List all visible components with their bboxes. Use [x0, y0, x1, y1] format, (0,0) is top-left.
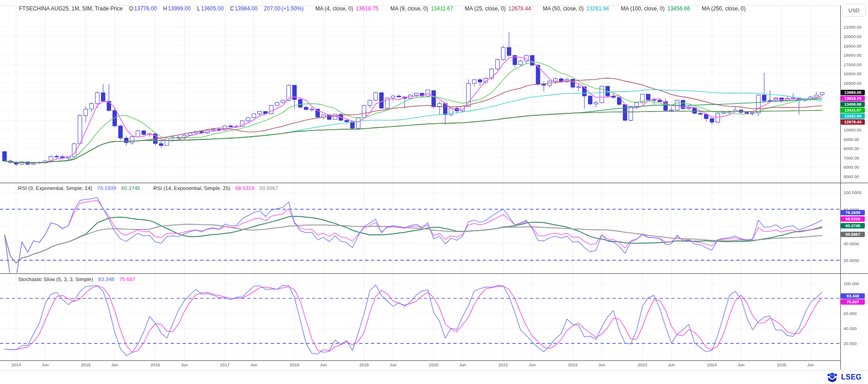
stoch-axis-tick: 60.000 [844, 311, 867, 316]
ma-label: MA (50, close, 0) [543, 5, 583, 12]
ma-label: MA (4, close, 0) [315, 5, 353, 12]
ma-value: 13261.94 [586, 5, 609, 12]
candle-body [583, 87, 587, 96]
candle-body [699, 113, 703, 114]
rsi14-line [5, 200, 822, 277]
ma-legend-item[interactable]: MA (250, close, 0) [702, 5, 748, 12]
candle-body [101, 93, 105, 102]
time-axis-label: 2014 [11, 362, 21, 367]
ma-legend-item[interactable]: MA (50, close, 0)13261.94 [543, 5, 609, 12]
candle-body [159, 144, 163, 146]
stoch-badge: 83.348 [841, 293, 865, 299]
ohlc-high: H13999.00 [163, 5, 191, 12]
candle-body [502, 48, 506, 60]
price-rsi-divider[interactable] [0, 183, 868, 183]
ma-line-9 [5, 62, 822, 163]
ma-legend-item[interactable]: MA (100, close, 0)13456.66 [621, 5, 690, 12]
candle-body [125, 138, 129, 143]
price-axis-tick: 10000.00 [844, 127, 867, 132]
price-badge: 13618.75 [841, 96, 865, 101]
candle-body [658, 100, 662, 102]
ma-value: 13456.66 [667, 5, 690, 12]
candle-body [496, 60, 500, 69]
rsi-badge: 68.5319 [841, 216, 865, 222]
ma-legend-item[interactable]: MA (9, close, 0)13411.67 [391, 5, 453, 12]
price-badge: 13984.00 [841, 90, 865, 95]
candle-body [629, 107, 633, 121]
rsi2-value: 68.5319 [236, 185, 255, 191]
rsi-stoch-divider[interactable] [0, 273, 868, 274]
price-badge: 12678.44 [841, 119, 865, 125]
rsi-axis-tick: 100.0000 [844, 190, 867, 195]
ma-line-50 [5, 90, 822, 163]
ohlc-open: O13776.00 [129, 5, 157, 12]
price-axis-tick: 18000.00 [844, 53, 867, 58]
candle-body [762, 95, 767, 101]
candle-body [815, 95, 819, 97]
ohlc-close: C13984.00 [230, 5, 258, 12]
candle-body [78, 116, 82, 144]
candle-body [588, 96, 593, 104]
stochastic-label: Stochastic Slow (5, 3, 3, Simple) [18, 277, 93, 282]
currency-button[interactable]: USD [842, 4, 866, 17]
candle-body [670, 110, 674, 111]
candle-body [130, 136, 134, 142]
candle-body [623, 104, 627, 120]
rsi-panel-title[interactable]: RSI (9, Exponential, Simple, 14) 76.1939… [18, 185, 278, 191]
low-value: 13605.00 [201, 5, 224, 12]
time-axis-label: 2020 [429, 362, 439, 367]
chart-plot-area[interactable] [0, 0, 868, 384]
candle-body [687, 108, 691, 109]
price-axis-tick: 21000.00 [844, 24, 867, 29]
rsi-badge: 50.5967 [841, 232, 865, 237]
open-value: 13776.00 [134, 5, 157, 12]
ma-legend-item[interactable]: MA (4, close, 0)13618.75 [315, 5, 378, 12]
ma-label: MA (9, close, 0) [391, 5, 428, 12]
candle-body [716, 113, 720, 122]
candle-body [246, 117, 250, 121]
stochastic-panel-title[interactable]: Stochastic Slow (5, 3, 3, Simple) 83.348… [18, 277, 135, 282]
price-axis-tick: 5000.00 [844, 174, 867, 179]
rsi1-value: 76.1939 [97, 185, 116, 191]
candle-body [107, 101, 111, 111]
price-axis-tick: 20000.00 [844, 34, 867, 39]
time-axis-label: Jun [668, 362, 675, 367]
candle-body [3, 151, 7, 161]
time-axis-label: 2016 [150, 362, 160, 367]
candle-body [165, 138, 169, 146]
candle-body [136, 131, 140, 136]
footer-border [0, 370, 868, 371]
candle-body [594, 102, 598, 104]
ma-label: MA (25, close, 0) [465, 5, 506, 12]
time-axis-label: 2018 [289, 362, 299, 367]
rsi14-signal-line [5, 224, 822, 263]
low-label: L [197, 5, 200, 12]
time-axis-label: Jun [320, 362, 327, 367]
ma-label: MA (250, close, 0) [702, 5, 746, 12]
price-badge: 13456.66 [841, 102, 865, 107]
candle-body [745, 112, 749, 113]
candle-body [96, 93, 100, 104]
price-axis-tick: 19000.00 [844, 44, 867, 49]
candle-body [345, 120, 349, 122]
time-axis-label: Jun [181, 362, 188, 367]
candle-body [473, 80, 477, 83]
stoch-axis-tick: 40.000 [844, 326, 867, 331]
stochastic-d-line [5, 286, 822, 352]
instrument-header[interactable]: FTSECHINA AUG25, 1M, SIM, Trade Price O1… [19, 4, 748, 14]
candle-body [635, 102, 639, 106]
time-axis-label: Jun [598, 362, 605, 367]
candle-body [380, 93, 384, 108]
lseg-wordmark: LSEG [841, 373, 862, 381]
price-axis-tick: 16000.00 [844, 71, 867, 76]
candle-body [757, 95, 761, 113]
time-axis-label: 2019 [359, 362, 369, 367]
close-value: 13984.00 [235, 5, 257, 12]
stoch-axis-tick: 20.000 [844, 341, 867, 346]
rsi-axis-tick: 40.0000 [844, 241, 867, 246]
time-axis-label: Jun [807, 362, 814, 367]
ma-legend-item[interactable]: MA (25, close, 0)12678.44 [465, 5, 531, 12]
time-axis-line [0, 360, 840, 361]
candle-body [768, 100, 772, 101]
time-axis-label: 2017 [220, 362, 230, 367]
